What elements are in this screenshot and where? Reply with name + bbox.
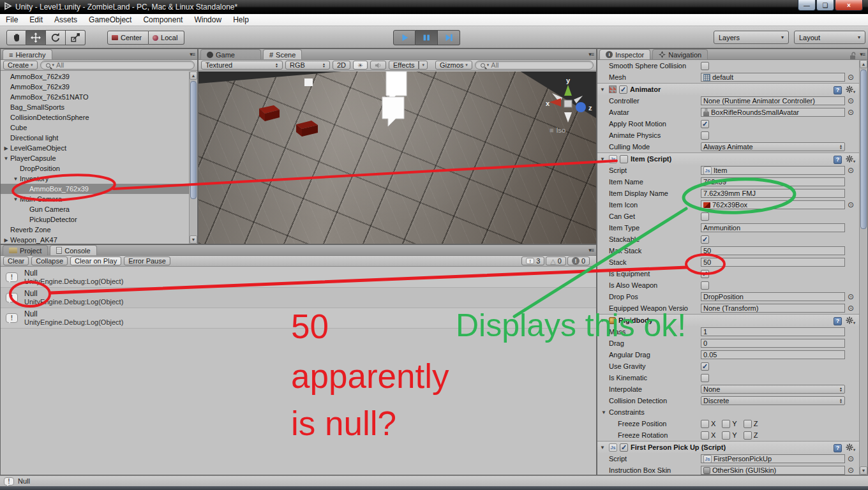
panel-menu-icon[interactable]: ▾≡ <box>588 247 594 253</box>
component-menu-gear-icon[interactable]: ▾ <box>846 85 855 94</box>
hierarchy-item[interactable]: ▼PlayerCapsule <box>1 153 189 163</box>
lighting-toggle-button[interactable]: ☀ <box>353 61 368 70</box>
fold-arrow-icon[interactable]: ▶ <box>2 145 10 151</box>
axis-y-checkbox[interactable] <box>722 420 730 428</box>
checkbox[interactable]: ✓ <box>701 235 709 244</box>
object-field[interactable]: None (Transform) <box>701 304 845 313</box>
checkbox[interactable]: ✓ <box>701 120 709 128</box>
object-picker-icon[interactable]: ⊙ <box>848 109 854 115</box>
hierarchy-item[interactable]: Bag_SmallSports <box>1 102 189 112</box>
help-icon[interactable]: ? <box>834 444 842 452</box>
tab-navigation[interactable]: Navigation <box>652 49 708 59</box>
checkbox[interactable] <box>701 131 709 140</box>
console-log-entry[interactable]: !NullUnityEngine.Debug:Log(Object) <box>1 267 596 288</box>
scroll-up-icon[interactable]: ▲ <box>190 71 197 80</box>
dropdown-field[interactable]: Discrete▲▼ <box>701 396 845 405</box>
object-field[interactable]: DropPosition <box>701 292 845 301</box>
scene-ammo-box[interactable] <box>294 119 333 151</box>
warning-count-button[interactable]: △ 0 <box>546 256 566 265</box>
projection-toggle[interactable]: ≡ Iso <box>550 126 565 134</box>
hierarchy-item[interactable]: ▼Main Camera <box>1 194 189 204</box>
hierarchy-item[interactable]: AmmoBox_762x39 <box>1 71 189 82</box>
checkbox[interactable] <box>701 62 709 70</box>
object-field[interactable]: JsFirstPersonPickUp <box>701 454 845 463</box>
component-menu-gear-icon[interactable]: ▾ <box>846 155 855 164</box>
fold-arrow-icon[interactable]: ▼ <box>600 156 606 162</box>
help-icon[interactable]: ? <box>834 317 842 325</box>
hierarchy-item[interactable]: AmmoBox_762x51NATO <box>1 92 189 102</box>
color-mode-dropdown[interactable]: RGB ▲▼ <box>285 61 330 70</box>
panel-menu-icon[interactable]: ▾≡ <box>588 51 594 57</box>
create-button[interactable]: Create ▾ <box>3 61 38 70</box>
panel-menu-icon[interactable]: ▾≡ <box>190 51 195 57</box>
tab-scene[interactable]: # Scene <box>263 49 302 59</box>
tab-project[interactable]: Project <box>3 245 48 255</box>
component-header-rigidbody[interactable]: ▼Rigidbody?▾ <box>597 314 859 326</box>
text-field[interactable]: 0.05 <box>701 350 845 359</box>
audio-toggle-button[interactable] <box>370 61 386 70</box>
help-icon[interactable]: ? <box>834 156 842 164</box>
text-field[interactable]: 50 <box>701 258 845 267</box>
pivot-mode-button[interactable]: Center <box>107 31 149 45</box>
hierarchy-item[interactable]: ▶Weapon_AK47 <box>1 235 189 244</box>
object-field[interactable]: OtherSkin (GUISkin) <box>701 466 845 475</box>
hierarchy-scrollbar[interactable]: ▲ ▼ <box>189 71 197 244</box>
hierarchy-item[interactable]: PickupDetector <box>1 214 189 225</box>
text-field[interactable]: Ammunition <box>701 223 845 232</box>
scene-viewport[interactable]: x y z ≡ Iso <box>198 71 596 244</box>
rotate-tool-button[interactable] <box>46 30 66 45</box>
text-field[interactable]: 7.62x39mm FMJ <box>701 189 845 198</box>
clear-button[interactable]: Clear <box>3 256 29 265</box>
text-field[interactable]: 0 <box>701 339 845 348</box>
close-button-icon[interactable]: × <box>835 0 863 11</box>
component-header-animator[interactable]: ▼✓Animator?▾ <box>597 83 859 95</box>
checkbox[interactable]: ✓ <box>701 362 709 371</box>
scrollbar-thumb[interactable] <box>860 70 867 229</box>
object-picker-icon[interactable]: ⊙ <box>848 456 854 462</box>
tab-game[interactable]: Game <box>200 49 261 59</box>
error-count-button[interactable]: ! 0 <box>567 256 590 265</box>
hierarchy-item[interactable]: CollisionDetectionSphere <box>1 112 189 122</box>
fold-arrow-icon[interactable]: ▼ <box>601 410 609 415</box>
dropdown-field[interactable]: None▲▼ <box>701 385 845 394</box>
checkbox[interactable]: ✓ <box>701 270 709 278</box>
hierarchy-item[interactable]: ▼Inventory <box>1 174 189 184</box>
component-menu-gear-icon[interactable]: ▾ <box>846 443 855 452</box>
fold-arrow-icon[interactable]: ▶ <box>2 237 10 243</box>
gizmos-dropdown[interactable]: Gizmos ▾ <box>435 61 472 70</box>
menu-assets[interactable]: Assets <box>49 14 83 26</box>
fold-arrow-icon[interactable]: ▼ <box>11 197 20 202</box>
tab-console[interactable]: Console <box>50 245 96 255</box>
fold-arrow-icon[interactable]: ▼ <box>600 318 606 323</box>
speech-bubble-sprite[interactable] <box>378 71 414 126</box>
info-count-button[interactable]: ! 3 <box>521 256 544 265</box>
menu-help[interactable]: Help <box>227 14 255 26</box>
object-picker-icon[interactable]: ⊙ <box>848 98 854 104</box>
fold-arrow-icon[interactable]: ▼ <box>2 156 10 161</box>
component-menu-gear-icon[interactable]: ▾ <box>846 316 855 325</box>
menu-window[interactable]: Window <box>188 14 227 26</box>
checkbox[interactable] <box>701 281 709 290</box>
scroll-down-icon[interactable]: ▼ <box>190 235 197 244</box>
clear-on-play-button[interactable]: Clear on Play <box>70 256 121 265</box>
play-button[interactable] <box>393 30 415 45</box>
axis-x-checkbox[interactable] <box>701 420 709 428</box>
step-button[interactable] <box>438 30 460 45</box>
axis-z-checkbox[interactable] <box>744 420 752 428</box>
object-field[interactable]: JsItem <box>701 166 845 175</box>
object-picker-icon[interactable]: ⊙ <box>848 202 854 208</box>
scrollbar-thumb[interactable] <box>190 81 197 199</box>
error-pause-button[interactable]: Error Pause <box>124 256 170 265</box>
object-field[interactable]: None (Runtime Animator Controller) <box>701 96 845 105</box>
scroll-down-icon[interactable]: ▼ <box>860 466 867 475</box>
hierarchy-item[interactable]: ▶LevelGameObject <box>1 143 189 153</box>
move-tool-button[interactable] <box>26 30 46 45</box>
menu-component[interactable]: Component <box>137 14 188 26</box>
checkbox[interactable] <box>701 374 709 382</box>
object-field[interactable]: default <box>701 73 845 82</box>
tab-inspector[interactable]: i Inspector <box>599 49 650 59</box>
fold-arrow-icon[interactable]: ▼ <box>11 176 20 182</box>
hierarchy-item[interactable]: Cube <box>1 122 189 133</box>
effects-dropdown[interactable]: ▾ <box>419 61 428 70</box>
scale-tool-button[interactable] <box>66 30 86 45</box>
